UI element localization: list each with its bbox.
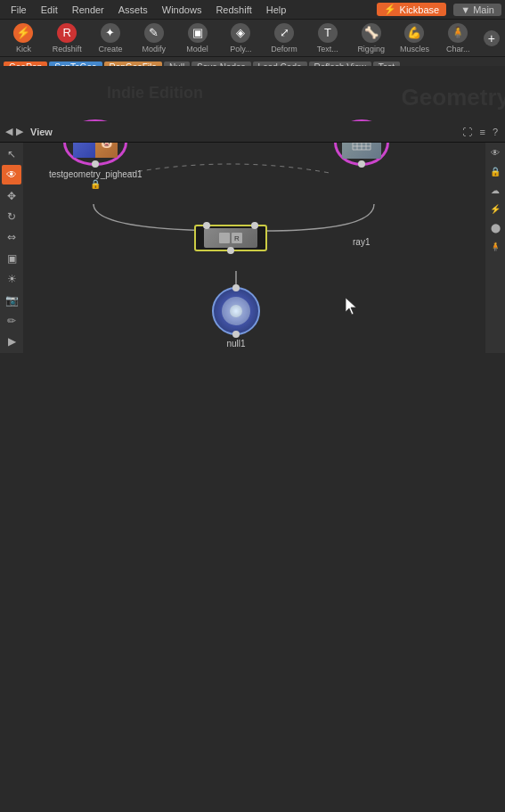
tool-redshift-label: Redshift <box>53 45 82 53</box>
ray1-node[interactable]: R ray1 <box>194 225 267 251</box>
null1-core <box>230 305 242 317</box>
ray1-small-icon: R <box>234 234 240 242</box>
right-icon-4[interactable]: ⚡ <box>487 201 503 217</box>
testgeometry-lock-icon: 🔒 <box>90 179 101 189</box>
ray1-connector-bottom[interactable] <box>227 247 234 254</box>
redshift-icon: R <box>57 23 77 43</box>
left-sidebar: ↖ 👁 ✥ ↻ ⇔ ▣ ☀ 📷 ✏ ▶ <box>0 143 23 353</box>
menu-windows[interactable]: Windows <box>155 3 209 17</box>
add-icon: + <box>484 30 500 46</box>
right-icon-6[interactable]: 🧍 <box>487 238 503 254</box>
sidebar-cam[interactable]: 📷 <box>2 291 21 309</box>
null1-node-circle <box>212 287 260 335</box>
tool-rigging-label: Rigging <box>357 45 385 53</box>
rigging-icon: 🦴 <box>362 23 381 43</box>
muscles-icon: 💪 <box>404 23 424 43</box>
ray1-icon-block2: R <box>232 233 242 243</box>
tool-model[interactable]: ▣ Model <box>177 21 217 55</box>
ray1-label: ray1 <box>353 237 370 247</box>
poly-icon: ◈ <box>231 23 250 43</box>
tool-redshift[interactable]: R Redshift <box>47 21 87 55</box>
view-icon-1[interactable]: ⛶ <box>460 125 474 139</box>
tool-kick[interactable]: ⚡ Kick <box>4 21 44 55</box>
view-icon-2[interactable]: ≡ <box>477 125 486 139</box>
tool-muscles[interactable]: 💪 Muscles <box>395 21 435 55</box>
right-icon-5[interactable]: ⬤ <box>487 219 503 235</box>
tool-model-label: Model <box>186 45 208 53</box>
tool-poly-label: Poly... <box>230 45 251 53</box>
null1-connector-bottom[interactable] <box>232 331 240 338</box>
right-sidebar: 👁 🔒 ☁ ⚡ ⬤ 🧍 <box>485 143 505 353</box>
tool-create-label: Create <box>98 45 122 53</box>
null1-inner-circle <box>222 297 250 325</box>
menu-help[interactable]: Help <box>259 3 294 17</box>
sidebar-obj[interactable]: ▣ <box>2 249 21 267</box>
modify-icon: ✎ <box>144 23 164 43</box>
tool-text-label: Text... <box>317 45 338 53</box>
ray1-connector-top-left[interactable] <box>203 222 210 229</box>
tool-text[interactable]: T Text... <box>307 21 347 55</box>
right-icon-3[interactable]: ☁ <box>487 182 503 198</box>
create-icon: ✦ <box>101 23 120 43</box>
sidebar-select[interactable]: ↖ <box>2 144 21 163</box>
tool-deform[interactable]: ⤢ Deform <box>265 21 305 55</box>
ray1-inner: R <box>204 228 257 248</box>
text-icon: T <box>318 23 338 43</box>
tool-poly[interactable]: ◈ Poly... <box>221 21 261 55</box>
tool-deform-label: Deform <box>271 45 297 53</box>
node-editor[interactable]: Indie Edition Geometry 🐷 testgeometry_pi… <box>0 66 505 812</box>
right-icon-1[interactable]: 👁 <box>487 144 503 160</box>
tool-add[interactable]: + <box>482 21 501 55</box>
sidebar-scale[interactable]: ⇔ <box>2 228 21 247</box>
view-nav-back[interactable]: ◀ <box>5 126 12 137</box>
view-icon-3[interactable]: ? <box>491 125 500 139</box>
kickbase-badge[interactable]: ⚡ Kickbase <box>377 3 447 16</box>
testgeometry-label: testgeometry_pighead1 <box>49 169 143 179</box>
menu-redshift[interactable]: Redshift <box>208 3 258 17</box>
view-nav-forward[interactable]: ▶ <box>16 126 23 137</box>
ray1-node-box: R <box>194 225 267 251</box>
sidebar-anim[interactable]: ▶ <box>2 332 21 351</box>
main-toolbar: ⚡ Kick R Redshift ✦ Create ✎ Modify ▣ Mo… <box>0 20 505 57</box>
branch-badge[interactable]: ▼ Main <box>453 4 501 16</box>
sidebar-paint[interactable]: ✏ <box>2 311 21 330</box>
tool-char[interactable]: 🧍 Char... <box>438 21 478 55</box>
model-icon: ▣ <box>188 23 208 43</box>
menu-assets[interactable]: Assets <box>111 3 155 17</box>
kick-icon: ⚡ <box>13 23 33 43</box>
view-controls-right: ⛶ ≡ ? <box>460 125 500 139</box>
deform-icon: ⤢ <box>274 23 294 43</box>
sidebar-rotate[interactable]: ↻ <box>2 207 21 226</box>
grid1-connector-bottom[interactable] <box>358 160 365 168</box>
right-icon-2[interactable]: 🔒 <box>487 163 503 179</box>
node-editor-watermark-left: Indie Edition <box>107 84 203 103</box>
sidebar-view[interactable]: 👁 <box>2 165 21 184</box>
ray1-connector-top-right[interactable] <box>251 222 258 229</box>
ray1-icon-block <box>219 233 230 243</box>
svg-marker-30 <box>346 298 356 315</box>
menu-edit[interactable]: Edit <box>34 3 65 17</box>
sidebar-light[interactable]: ☀ <box>2 269 21 288</box>
kickbase-icon: ⚡ <box>384 4 396 15</box>
sidebar-xform[interactable]: ✥ <box>2 186 21 205</box>
tool-muscles-label: Muscles <box>400 45 429 53</box>
char-icon: 🧍 <box>448 23 468 43</box>
menu-file[interactable]: File <box>4 3 34 17</box>
tool-modify-label: Modify <box>142 45 166 53</box>
null1-node[interactable]: null1 <box>212 287 260 349</box>
view-header: ◀ ▶ View ⛶ ≡ ? <box>0 121 505 143</box>
tool-rigging[interactable]: 🦴 Rigging <box>351 21 391 55</box>
cursor-icon <box>346 298 358 316</box>
menu-render[interactable]: Render <box>65 3 111 17</box>
tool-create[interactable]: ✦ Create <box>91 21 131 55</box>
null1-connector-top[interactable] <box>232 284 240 291</box>
tool-kick-label: Kick <box>16 45 31 53</box>
node-editor-watermark-right: Geometry <box>402 84 505 111</box>
null1-label: null1 <box>226 339 245 349</box>
view-title: View <box>30 127 53 137</box>
tool-modify[interactable]: ✎ Modify <box>134 21 174 55</box>
kickbase-label: Kickbase <box>400 4 440 15</box>
mouse-cursor <box>346 298 358 317</box>
node-connector-bottom[interactable] <box>92 160 99 168</box>
tool-char-label: Char... <box>446 45 470 53</box>
